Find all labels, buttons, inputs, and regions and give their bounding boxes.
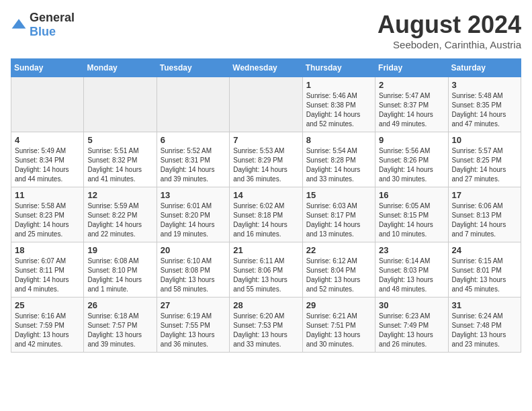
day-info: Sunrise: 6:18 AM Sunset: 7:57 PM Dayligh… — [87, 312, 152, 349]
day-info: Sunrise: 5:46 AM Sunset: 8:38 PM Dayligh… — [306, 91, 371, 129]
day-number: 22 — [306, 245, 371, 255]
logo-icon — [11, 17, 27, 33]
day-info: Sunrise: 5:59 AM Sunset: 8:22 PM Dayligh… — [87, 201, 152, 239]
day-cell: 8Sunrise: 5:54 AM Sunset: 8:28 PM Daylig… — [302, 132, 375, 187]
day-info: Sunrise: 6:14 AM Sunset: 8:03 PM Dayligh… — [379, 257, 444, 294]
day-info: Sunrise: 5:53 AM Sunset: 8:29 PM Dayligh… — [233, 146, 298, 184]
day-cell: 1Sunrise: 5:46 AM Sunset: 8:38 PM Daylig… — [302, 77, 375, 132]
week-row-2: 4Sunrise: 5:49 AM Sunset: 8:34 PM Daylig… — [11, 132, 521, 187]
day-info: Sunrise: 5:49 AM Sunset: 8:34 PM Dayligh… — [15, 146, 80, 184]
day-info: Sunrise: 6:15 AM Sunset: 8:01 PM Dayligh… — [452, 257, 517, 294]
day-info: Sunrise: 5:51 AM Sunset: 8:32 PM Dayligh… — [87, 146, 152, 184]
day-cell: 28Sunrise: 6:20 AM Sunset: 7:53 PM Dayli… — [230, 298, 302, 353]
day-cell: 29Sunrise: 6:21 AM Sunset: 7:51 PM Dayli… — [302, 298, 375, 353]
day-cell: 25Sunrise: 6:16 AM Sunset: 7:59 PM Dayli… — [11, 298, 84, 353]
day-info: Sunrise: 5:48 AM Sunset: 8:35 PM Dayligh… — [452, 91, 517, 129]
days-of-week-row: Sunday Monday Tuesday Wednesday Thursday… — [11, 59, 521, 77]
calendar-table: Sunday Monday Tuesday Wednesday Thursday… — [11, 58, 521, 353]
day-number: 15 — [306, 190, 371, 200]
day-info: Sunrise: 6:16 AM Sunset: 7:59 PM Dayligh… — [15, 312, 80, 349]
day-number: 20 — [161, 245, 226, 255]
day-cell — [230, 77, 302, 132]
day-cell: 3Sunrise: 5:48 AM Sunset: 8:35 PM Daylig… — [448, 77, 521, 132]
day-cell: 23Sunrise: 6:14 AM Sunset: 8:03 PM Dayli… — [375, 242, 448, 298]
day-cell: 12Sunrise: 5:59 AM Sunset: 8:22 PM Dayli… — [84, 187, 157, 242]
day-info: Sunrise: 6:03 AM Sunset: 8:17 PM Dayligh… — [306, 201, 371, 239]
day-info: Sunrise: 6:12 AM Sunset: 8:04 PM Dayligh… — [306, 257, 371, 294]
day-cell: 4Sunrise: 5:49 AM Sunset: 8:34 PM Daylig… — [11, 132, 84, 187]
day-cell: 2Sunrise: 5:47 AM Sunset: 8:37 PM Daylig… — [375, 77, 448, 132]
day-number: 3 — [452, 80, 517, 90]
day-cell: 22Sunrise: 6:12 AM Sunset: 8:04 PM Dayli… — [302, 242, 375, 298]
day-info: Sunrise: 5:57 AM Sunset: 8:25 PM Dayligh… — [452, 146, 517, 184]
col-friday: Friday — [375, 59, 448, 77]
week-row-3: 11Sunrise: 5:58 AM Sunset: 8:23 PM Dayli… — [11, 187, 521, 242]
day-cell: 20Sunrise: 6:10 AM Sunset: 8:08 PM Dayli… — [157, 242, 229, 298]
day-cell — [11, 77, 84, 132]
title-block: August 2024 Seeboden, Carinthia, Austria — [378, 11, 521, 50]
day-info: Sunrise: 6:01 AM Sunset: 8:20 PM Dayligh… — [161, 201, 226, 239]
col-saturday: Saturday — [448, 59, 521, 77]
day-cell: 7Sunrise: 5:53 AM Sunset: 8:29 PM Daylig… — [230, 132, 302, 187]
day-number: 13 — [161, 190, 226, 200]
day-info: Sunrise: 6:20 AM Sunset: 7:53 PM Dayligh… — [233, 312, 298, 349]
day-number: 11 — [15, 190, 80, 200]
col-monday: Monday — [84, 59, 157, 77]
day-cell: 24Sunrise: 6:15 AM Sunset: 8:01 PM Dayli… — [448, 242, 521, 298]
day-number: 17 — [452, 190, 517, 200]
day-number: 31 — [452, 300, 517, 310]
day-info: Sunrise: 6:11 AM Sunset: 8:06 PM Dayligh… — [233, 257, 298, 294]
day-cell: 16Sunrise: 6:05 AM Sunset: 8:15 PM Dayli… — [375, 187, 448, 242]
day-info: Sunrise: 6:23 AM Sunset: 7:49 PM Dayligh… — [379, 312, 444, 349]
day-number: 6 — [161, 135, 226, 145]
day-cell: 6Sunrise: 5:52 AM Sunset: 8:31 PM Daylig… — [157, 132, 229, 187]
day-number: 16 — [379, 190, 444, 200]
day-cell: 27Sunrise: 6:19 AM Sunset: 7:55 PM Dayli… — [157, 298, 229, 353]
day-info: Sunrise: 5:58 AM Sunset: 8:23 PM Dayligh… — [15, 201, 80, 239]
day-cell: 26Sunrise: 6:18 AM Sunset: 7:57 PM Dayli… — [84, 298, 157, 353]
day-number: 21 — [233, 245, 298, 255]
day-cell: 18Sunrise: 6:07 AM Sunset: 8:11 PM Dayli… — [11, 242, 84, 298]
day-number: 28 — [233, 300, 298, 310]
day-number: 24 — [452, 245, 517, 255]
col-thursday: Thursday — [302, 59, 375, 77]
day-number: 7 — [233, 135, 298, 145]
day-info: Sunrise: 5:52 AM Sunset: 8:31 PM Dayligh… — [161, 146, 226, 184]
day-number: 27 — [161, 300, 226, 310]
day-cell — [84, 77, 157, 132]
day-cell: 17Sunrise: 6:06 AM Sunset: 8:13 PM Dayli… — [448, 187, 521, 242]
day-number: 14 — [233, 190, 298, 200]
logo: General Blue — [11, 11, 75, 39]
day-number: 26 — [87, 300, 152, 310]
day-info: Sunrise: 6:02 AM Sunset: 8:18 PM Dayligh… — [233, 201, 298, 239]
day-cell: 30Sunrise: 6:23 AM Sunset: 7:49 PM Dayli… — [375, 298, 448, 353]
calendar-header: Sunday Monday Tuesday Wednesday Thursday… — [11, 59, 521, 77]
day-cell: 10Sunrise: 5:57 AM Sunset: 8:25 PM Dayli… — [448, 132, 521, 187]
day-info: Sunrise: 6:19 AM Sunset: 7:55 PM Dayligh… — [161, 312, 226, 349]
day-number: 23 — [379, 245, 444, 255]
week-row-5: 25Sunrise: 6:16 AM Sunset: 7:59 PM Dayli… — [11, 298, 521, 353]
day-info: Sunrise: 5:47 AM Sunset: 8:37 PM Dayligh… — [379, 91, 444, 129]
page-header: General Blue August 2024 Seeboden, Carin… — [11, 11, 521, 50]
day-cell: 21Sunrise: 6:11 AM Sunset: 8:06 PM Dayli… — [230, 242, 302, 298]
day-cell: 19Sunrise: 6:08 AM Sunset: 8:10 PM Dayli… — [84, 242, 157, 298]
day-info: Sunrise: 6:10 AM Sunset: 8:08 PM Dayligh… — [161, 257, 226, 294]
day-info: Sunrise: 5:54 AM Sunset: 8:28 PM Dayligh… — [306, 146, 371, 184]
day-number: 12 — [87, 190, 152, 200]
day-number: 4 — [15, 135, 80, 145]
day-info: Sunrise: 6:06 AM Sunset: 8:13 PM Dayligh… — [452, 201, 517, 239]
col-sunday: Sunday — [11, 59, 84, 77]
day-number: 29 — [306, 300, 371, 310]
col-tuesday: Tuesday — [157, 59, 229, 77]
day-info: Sunrise: 6:08 AM Sunset: 8:10 PM Dayligh… — [87, 257, 152, 294]
day-number: 9 — [379, 135, 444, 145]
month-year: August 2024 — [378, 11, 521, 39]
day-number: 30 — [379, 300, 444, 310]
day-cell: 9Sunrise: 5:56 AM Sunset: 8:26 PM Daylig… — [375, 132, 448, 187]
day-cell — [157, 77, 229, 132]
logo-blue: Blue — [30, 25, 56, 38]
day-number: 19 — [87, 245, 152, 255]
day-number: 18 — [15, 245, 80, 255]
logo-general: General — [30, 11, 75, 24]
day-number: 8 — [306, 135, 371, 145]
